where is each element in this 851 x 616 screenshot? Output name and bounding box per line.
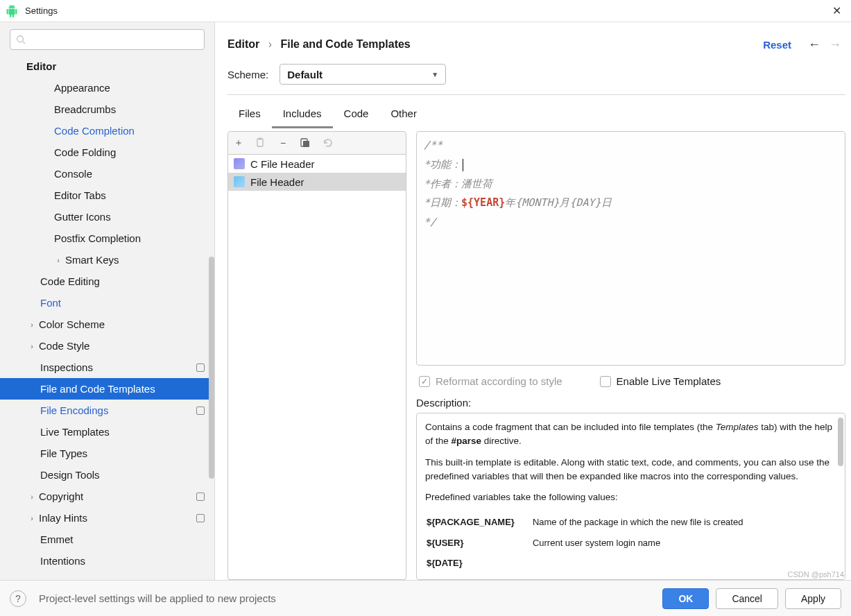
forward-arrow-icon: → bbox=[829, 37, 841, 52]
apply-button[interactable]: Apply bbox=[785, 588, 841, 609]
variables-table: ${PACKAGE_NAME}Name of the package in wh… bbox=[425, 511, 761, 574]
sidebar-item[interactable]: File Encodings bbox=[0, 400, 214, 421]
sidebar-item[interactable]: File Types bbox=[0, 443, 214, 464]
sidebar-item-label: File and Code Templates bbox=[40, 383, 155, 395]
sidebar-item[interactable]: Breadcrumbs bbox=[0, 99, 214, 120]
sidebar-item[interactable]: Code Folding bbox=[0, 142, 214, 163]
ok-button[interactable]: OK bbox=[662, 588, 709, 609]
var-name: ${PACKAGE_NAME} bbox=[427, 513, 531, 532]
table-row: ${PACKAGE_NAME}Name of the package in wh… bbox=[427, 513, 759, 532]
chevron-right-icon: › bbox=[28, 342, 36, 350]
sidebar-item-label: Breadcrumbs bbox=[54, 103, 116, 115]
checkbox-unchecked-icon bbox=[600, 376, 611, 387]
sidebar-item[interactable]: Emmet bbox=[0, 529, 214, 550]
project-badge-icon bbox=[196, 363, 205, 372]
sidebar-item[interactable]: ›Copyright bbox=[0, 486, 214, 507]
var-name: ${USER} bbox=[427, 533, 531, 553]
chevron-right-icon: › bbox=[28, 514, 36, 522]
sidebar-item[interactable]: File and Code Templates bbox=[0, 378, 214, 400]
remove-icon[interactable]: − bbox=[277, 137, 289, 149]
paste-icon bbox=[255, 137, 267, 149]
settings-tree: EditorAppearanceBreadcrumbsCode Completi… bbox=[0, 55, 214, 580]
svg-point-0 bbox=[17, 36, 24, 42]
breadcrumb-root[interactable]: Editor bbox=[227, 38, 259, 50]
sidebar-item-label: Appearance bbox=[54, 82, 110, 94]
sidebar-item-label: Editor bbox=[26, 60, 56, 72]
sidebar-item[interactable]: Inspections bbox=[0, 357, 214, 378]
back-arrow-icon[interactable]: ← bbox=[808, 37, 820, 52]
project-badge-icon bbox=[196, 514, 205, 522]
project-badge-icon bbox=[196, 493, 205, 501]
description-label: Description: bbox=[416, 397, 845, 409]
sidebar-item[interactable]: ›Inlay Hints bbox=[0, 507, 214, 529]
tab[interactable]: Includes bbox=[272, 101, 333, 128]
sidebar-item[interactable]: Editor bbox=[0, 55, 214, 77]
sidebar-item-label: Code Editing bbox=[40, 275, 100, 287]
breadcrumb-leaf: File and Code Templates bbox=[280, 38, 410, 50]
svg-rect-5 bbox=[303, 141, 309, 147]
templates-pane: ＋ − C File HeaderFile Header bbox=[227, 131, 406, 580]
sidebar-item[interactable]: Code Editing bbox=[0, 271, 214, 292]
window-title: Settings bbox=[25, 6, 828, 16]
tab[interactable]: Files bbox=[227, 101, 272, 128]
sidebar-item[interactable]: Design Tools bbox=[0, 464, 214, 486]
help-icon[interactable]: ? bbox=[10, 590, 26, 607]
templates-list: C File HeaderFile Header bbox=[227, 155, 406, 580]
reset-link[interactable]: Reset bbox=[763, 39, 791, 51]
copy-icon[interactable] bbox=[299, 137, 311, 149]
table-row: ${USER}Current user system login name bbox=[427, 533, 759, 553]
svg-rect-3 bbox=[259, 138, 261, 140]
undo-icon bbox=[321, 137, 334, 149]
template-item-label: File Header bbox=[250, 176, 304, 188]
sidebar-item[interactable]: Code Completion bbox=[0, 120, 214, 142]
sidebar-item-label: Inlay Hints bbox=[39, 512, 87, 524]
search-input-container[interactable] bbox=[10, 29, 205, 50]
sidebar-item[interactable]: Console bbox=[0, 163, 214, 185]
checkbox-checked-icon bbox=[419, 376, 430, 387]
var-desc: Name of the package in which the new fil… bbox=[533, 513, 760, 532]
description-box: Contains a code fragment that can be inc… bbox=[416, 413, 845, 580]
svg-rect-2 bbox=[257, 139, 263, 146]
search-input[interactable] bbox=[30, 35, 198, 45]
sidebar-item[interactable]: Intentions bbox=[0, 550, 214, 572]
cancel-button[interactable]: Cancel bbox=[716, 588, 778, 609]
scrollbar-thumb[interactable] bbox=[838, 418, 843, 466]
file-icon bbox=[234, 158, 245, 169]
templates-toolbar: ＋ − bbox=[227, 131, 406, 155]
main-panel: Editor › File and Code Templates Reset ←… bbox=[215, 22, 851, 580]
sidebar-item[interactable]: ›Code Style bbox=[0, 335, 214, 357]
sidebar-item[interactable]: Font bbox=[0, 292, 214, 314]
scrollbar-thumb[interactable] bbox=[209, 257, 214, 479]
titlebar: Settings ✕ bbox=[0, 0, 851, 22]
chevron-right-icon: › bbox=[28, 493, 36, 501]
file-icon bbox=[234, 176, 245, 187]
live-templates-checkbox[interactable]: Enable Live Templates bbox=[600, 375, 721, 387]
scheme-dropdown[interactable]: Default ▼ bbox=[280, 64, 446, 85]
sidebar-item[interactable]: Postfix Completion bbox=[0, 228, 214, 249]
tab[interactable]: Code bbox=[333, 101, 380, 128]
sidebar-item-label: Copyright bbox=[39, 490, 83, 502]
template-list-item[interactable]: File Header bbox=[228, 173, 406, 191]
sidebar-item-label: Smart Keys bbox=[65, 254, 119, 266]
sidebar-item[interactable]: Live Templates bbox=[0, 421, 214, 443]
sidebar-item-label: Editor Tabs bbox=[54, 189, 106, 201]
sidebar-item[interactable]: Appearance bbox=[0, 77, 214, 99]
sidebar-item[interactable]: ›Color Scheme bbox=[0, 314, 214, 335]
template-editor[interactable]: /** *功能： *作者：潘世荷 *日期：${YEAR}年{MONTH}月{DA… bbox=[416, 131, 845, 366]
checkbox-row: Reformat according to style Enable Live … bbox=[416, 375, 845, 387]
close-icon[interactable]: ✕ bbox=[828, 4, 845, 17]
template-list-item[interactable]: C File Header bbox=[228, 155, 406, 173]
footer: ? Project-level settings will be applied… bbox=[0, 580, 851, 616]
chevron-right-icon: › bbox=[28, 320, 36, 329]
add-icon[interactable]: ＋ bbox=[232, 137, 245, 149]
tab[interactable]: Other bbox=[379, 101, 428, 128]
sidebar-item[interactable]: Editor Tabs bbox=[0, 185, 214, 206]
sidebar-item[interactable]: ›Smart Keys bbox=[0, 249, 214, 271]
sidebar-item-label: Design Tools bbox=[40, 469, 100, 481]
svg-line-1 bbox=[23, 42, 26, 44]
table-row: ${DATE} bbox=[427, 554, 759, 573]
sidebar-item-label: Intentions bbox=[40, 555, 85, 567]
sidebar-item[interactable]: Gutter Icons bbox=[0, 206, 214, 228]
sidebar-item-label: File Encodings bbox=[40, 404, 108, 416]
template-item-label: C File Header bbox=[250, 158, 315, 170]
